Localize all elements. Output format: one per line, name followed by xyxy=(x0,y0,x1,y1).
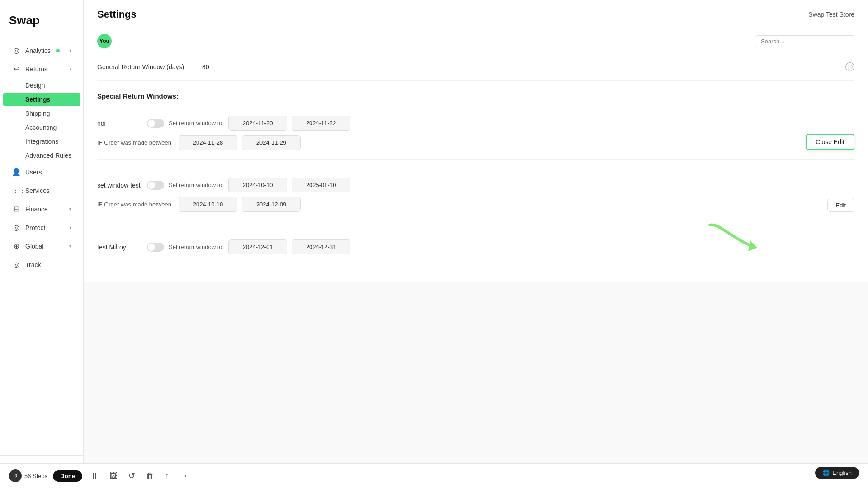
return-end-set-test[interactable]: 2025-01-10 xyxy=(292,178,350,192)
if-row-set-test: IF Order was made between 2024-10-10 202… xyxy=(97,197,854,212)
sidebar-item-integrations[interactable]: Integrations xyxy=(3,135,80,148)
steps-badge: ↺ 56 Steps xyxy=(9,469,47,482)
sidebar: Swap ◎ Analytics ▾ ↩ Returns ▴ Design Se… xyxy=(0,0,84,488)
sidebar-item-label: Global xyxy=(25,243,43,250)
general-return-value: 80 xyxy=(202,63,209,70)
return-end-milroy[interactable]: 2024-12-31 xyxy=(292,239,350,254)
sidebar-item-label: Analytics xyxy=(25,47,51,54)
bottom-toolbar: ↺ 56 Steps Done ⏸ 🖼 ↺ 🗑 ↑ →| xyxy=(0,463,868,488)
finance-icon: ⊟ xyxy=(12,205,21,213)
if-row-noi: IF Order was made between 2024-11-28 202… xyxy=(97,135,854,150)
search-input[interactable] xyxy=(755,35,854,47)
sidebar-item-design[interactable]: Design xyxy=(3,79,80,92)
return-window-noi: noi Set return window to: 2024-11-20 202… xyxy=(97,107,854,160)
sidebar-item-track[interactable]: ◎ Track xyxy=(3,256,80,273)
upload-button[interactable]: ↑ xyxy=(162,469,172,483)
if-label-set-test: IF Order was made between xyxy=(97,201,174,208)
if-label-noi: IF Order was made between xyxy=(97,139,174,146)
sidebar-item-services[interactable]: ⋮⋮ Services xyxy=(3,182,80,199)
close-edit-area: Close Edit xyxy=(806,134,854,150)
general-return-label: General Return Window (days) xyxy=(97,63,197,70)
page-header: Settings — Swap Test Store xyxy=(84,0,868,29)
chevron-up-icon: ▴ xyxy=(69,66,71,71)
settings-panel: General Return Window (days) 80 ⓘ Specia… xyxy=(84,53,868,282)
avatar: You xyxy=(97,34,112,48)
analytics-badge xyxy=(56,49,60,52)
return-row-main-3: test Milroy Set return window to: 2024-1… xyxy=(97,239,854,254)
rule-name-milroy: test Milroy xyxy=(97,244,142,251)
store-name: Swap Test Store xyxy=(808,11,854,18)
return-row-main: noi Set return window to: 2024-11-20 202… xyxy=(97,116,854,131)
return-row-main-2: set window test Set return window to: 20… xyxy=(97,178,854,192)
return-start-noi[interactable]: 2024-11-20 xyxy=(228,116,287,131)
return-start-milroy[interactable]: 2024-12-01 xyxy=(228,239,287,254)
chevron-down-icon: ▾ xyxy=(69,48,71,53)
set-label-milroy: Set return window to: xyxy=(169,244,224,250)
toggle-noi[interactable] xyxy=(147,119,164,128)
store-info: — Swap Test Store xyxy=(798,11,854,18)
services-icon: ⋮⋮ xyxy=(12,186,21,195)
close-edit-button[interactable]: Close Edit xyxy=(806,134,854,150)
sidebar-item-finance[interactable]: ⊟ Finance ▾ xyxy=(3,200,80,218)
track-icon: ◎ xyxy=(12,260,21,269)
return-end-noi[interactable]: 2024-11-22 xyxy=(292,116,350,131)
analytics-icon: ◎ xyxy=(12,46,21,55)
sidebar-item-label: Track xyxy=(25,261,41,268)
refresh-button[interactable]: ↺ xyxy=(126,469,138,483)
return-window-set-test: set window test Set return window to: 20… xyxy=(97,169,854,221)
sidebar-item-analytics[interactable]: ◎ Analytics ▾ xyxy=(3,42,80,59)
order-end-set-test[interactable]: 2024-12-09 xyxy=(242,197,301,212)
returns-icon: ↩ xyxy=(12,65,21,73)
content-area: You General Return Window (days) 80 ⓘ Sp… xyxy=(84,29,868,488)
done-button[interactable]: Done xyxy=(53,470,82,482)
delete-button[interactable]: 🗑 xyxy=(143,469,157,483)
sidebar-item-returns[interactable]: ↩ Returns ▴ xyxy=(3,60,80,78)
sidebar-item-advanced-rules[interactable]: Advanced Rules xyxy=(3,149,80,162)
sidebar-item-settings[interactable]: Settings xyxy=(3,93,80,106)
sidebar-item-global[interactable]: ⊕ Global ▾ xyxy=(3,237,80,255)
chevron-down-icon: ▾ xyxy=(69,225,71,230)
chevron-down-icon: ▾ xyxy=(69,206,71,211)
special-windows-title: Special Return Windows: xyxy=(97,81,854,107)
protect-icon: ◎ xyxy=(12,223,21,232)
main-content: Settings — Swap Test Store You General R… xyxy=(84,0,868,488)
chevron-down-icon: ▾ xyxy=(69,244,71,249)
toggle-milroy[interactable] xyxy=(147,243,164,252)
set-label-noi: Set return window to: xyxy=(169,120,224,127)
order-start-set-test[interactable]: 2024-10-10 xyxy=(179,197,237,212)
info-icon[interactable]: ⓘ xyxy=(845,62,854,71)
next-button[interactable]: →| xyxy=(177,469,193,483)
language-label: English xyxy=(832,469,852,476)
page-title: Settings xyxy=(97,9,137,20)
sidebar-item-protect[interactable]: ◎ Protect ▾ xyxy=(3,219,80,236)
dash-separator: — xyxy=(798,11,805,18)
toggle-set-test[interactable] xyxy=(147,181,164,190)
sidebar-item-label: Users xyxy=(25,169,42,176)
edit-button-set-test[interactable]: Edit xyxy=(827,199,854,212)
sidebar-item-users[interactable]: 👤 Users xyxy=(3,163,80,181)
steps-count: 56 Steps xyxy=(24,473,47,479)
app-logo: Swap xyxy=(0,9,83,41)
sidebar-item-label: Returns xyxy=(25,66,47,73)
return-window-milroy: test Milroy Set return window to: 2024-1… xyxy=(97,230,854,268)
sidebar-item-label: Services xyxy=(25,187,50,194)
image-button[interactable]: 🖼 xyxy=(107,469,120,483)
sidebar-item-shipping[interactable]: Shipping xyxy=(3,107,80,120)
order-start-noi[interactable]: 2024-11-28 xyxy=(179,135,237,150)
steps-icon: ↺ xyxy=(9,469,22,482)
order-end-noi[interactable]: 2024-11-29 xyxy=(242,135,301,150)
sidebar-item-label: Protect xyxy=(25,224,45,231)
users-icon: 👤 xyxy=(12,168,21,176)
general-return-window-row: General Return Window (days) 80 ⓘ xyxy=(97,53,854,81)
sidebar-item-accounting[interactable]: Accounting xyxy=(3,121,80,134)
rule-name-noi: noi xyxy=(97,120,142,127)
set-label-set-test: Set return window to: xyxy=(169,182,224,188)
language-badge[interactable]: 🌐 English xyxy=(815,467,859,479)
top-bar: You xyxy=(84,29,868,53)
global-icon: ⊕ xyxy=(12,242,21,250)
returns-submenu: Design Settings Shipping Accounting Inte… xyxy=(0,78,83,163)
return-start-set-test[interactable]: 2024-10-10 xyxy=(228,178,287,192)
globe-icon: 🌐 xyxy=(822,469,830,476)
pause-button[interactable]: ⏸ xyxy=(88,469,101,483)
sidebar-item-label: Finance xyxy=(25,206,48,213)
